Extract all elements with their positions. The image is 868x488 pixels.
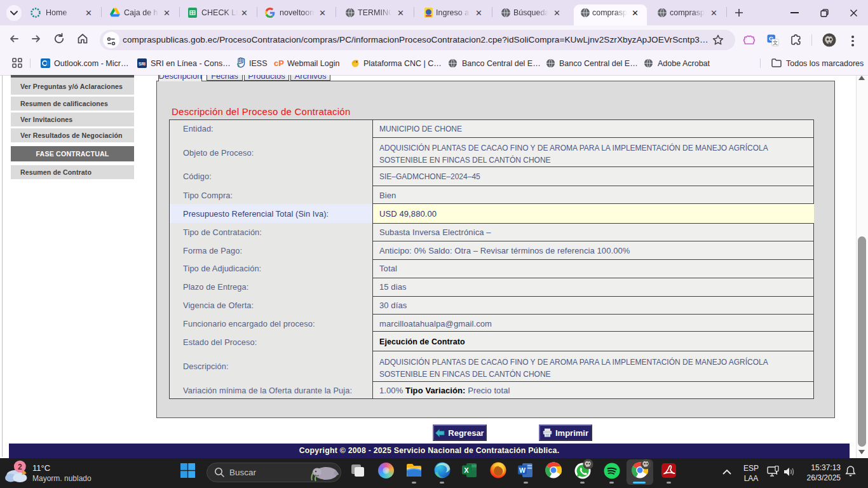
- svg-text:SRI: SRI: [139, 62, 146, 66]
- svg-text:文: 文: [773, 39, 778, 46]
- svg-text:W: W: [519, 466, 526, 474]
- svg-text:2: 2: [18, 463, 22, 471]
- svg-text:X: X: [464, 466, 469, 474]
- svg-text:cP: cP: [274, 58, 284, 68]
